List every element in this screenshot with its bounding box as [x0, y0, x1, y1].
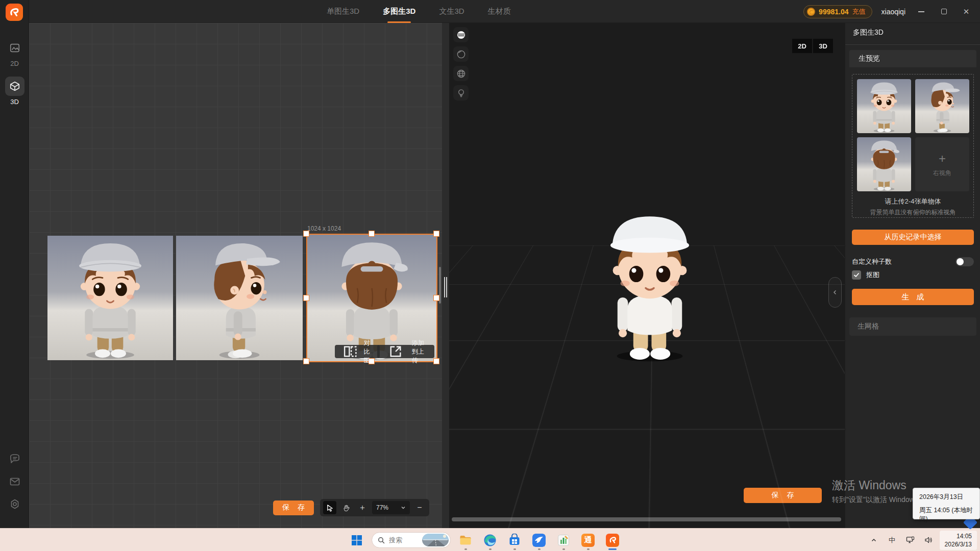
wireframe-button[interactable] [453, 66, 469, 81]
chevron-left-icon [832, 290, 838, 295]
matting-checkbox[interactable] [852, 270, 861, 280]
tab-material[interactable]: 生材质 [488, 0, 511, 23]
selection-handle-n[interactable] [369, 231, 375, 237]
network-tray-icon[interactable] [903, 532, 918, 549]
select-from-history-button[interactable]: 从历史记录中选择 [852, 230, 974, 245]
taskbar-bird-app[interactable] [529, 530, 549, 550]
balance-amount: 99981.04 [819, 8, 848, 16]
windows-logo-icon [351, 535, 362, 546]
zoom-out-button[interactable]: − [413, 501, 426, 514]
image-2d-icon [5, 38, 24, 58]
viewport-scrollbar[interactable] [452, 517, 841, 521]
upload-slot-right-view[interactable]: + 右视角 [915, 137, 969, 191]
zoom-in-button[interactable]: ＋ [356, 501, 369, 514]
image-size-label: 1024 x 1024 [307, 225, 341, 232]
preview-image-back-selected[interactable]: 对比图 添加到上传 [307, 235, 436, 361]
sidebar-item-2d[interactable]: 2D [0, 38, 29, 67]
close-button[interactable]: ✕ [960, 5, 973, 18]
running-indicator [464, 548, 467, 550]
taskbar-current-app[interactable] [603, 530, 622, 550]
maximize-button[interactable] [937, 5, 950, 18]
app-logo[interactable] [6, 4, 23, 21]
search-input[interactable] [389, 536, 418, 544]
taskbar-file-explorer[interactable] [456, 530, 475, 550]
canvas-save-button[interactable]: 保 存 [273, 500, 314, 515]
upload-hint-2: 背景简单且没有俯仰的标准视角 [852, 208, 973, 217]
left-sidebar: 2D 3D [0, 0, 29, 528]
compare-button[interactable]: 对比图 [335, 345, 380, 358]
tab-single-image-3d[interactable]: 单图生3D [327, 0, 359, 23]
collapse-panel-button[interactable] [828, 277, 842, 308]
selection-handle-nw[interactable] [303, 231, 309, 237]
custom-seed-toggle[interactable] [955, 257, 974, 266]
canvas-toolbar: 保 存 ＋ 77% [273, 499, 429, 516]
taskbar-tong-app[interactable]: 通 [578, 530, 598, 550]
toggle-3d-button[interactable]: 3D [813, 39, 833, 53]
selection-handle-e[interactable] [433, 295, 439, 301]
light-bulb-icon [456, 88, 466, 98]
recharge-link[interactable]: 充值 [852, 7, 866, 16]
mesh-section-header[interactable]: 生网格 [849, 317, 976, 336]
view-mode-toggle: 2D 3D [792, 39, 833, 53]
3d-character-model[interactable] [591, 207, 708, 365]
select-tool-button[interactable] [323, 501, 336, 514]
toggle-2d-button[interactable]: 2D [792, 39, 812, 53]
running-indicator [489, 548, 492, 550]
taskbar-edge[interactable] [480, 530, 500, 550]
tray-expand-button[interactable] [866, 532, 881, 549]
sidebar-item-3d[interactable]: 3D [0, 77, 29, 106]
start-button[interactable] [347, 530, 366, 550]
upload-thumb-front[interactable] [857, 79, 911, 133]
viewport-toolbar [453, 27, 469, 101]
matting-row[interactable]: 抠图 [852, 270, 879, 280]
balance-pill[interactable]: 99981.04 充值 [803, 5, 872, 18]
selection-handle-w[interactable] [303, 295, 309, 301]
selection-handle-se[interactable] [433, 358, 439, 364]
preview-image-front[interactable] [47, 236, 173, 360]
volume-tray-icon[interactable] [921, 532, 937, 549]
pan-tool-button[interactable] [339, 501, 353, 514]
viewport-save-button[interactable]: 保 存 [744, 488, 822, 503]
username[interactable]: xiaoqiqi [881, 8, 905, 16]
upload-thumb-side[interactable] [915, 79, 969, 133]
ime-indicator[interactable]: 中 [885, 532, 900, 549]
generate-button[interactable]: 生 成 [852, 289, 974, 305]
gear-icon [9, 498, 21, 510]
preview-image-side[interactable] [176, 236, 303, 360]
taskbar-ms-store[interactable] [505, 530, 524, 550]
taskbar-clock[interactable]: 14:05 2026/3/13 [940, 531, 977, 550]
taskbar-date: 2026/3/13 [945, 540, 972, 548]
search-weather-image[interactable] [422, 534, 449, 546]
material-sphere-button[interactable] [453, 46, 469, 62]
upload-thumb-back[interactable] [857, 137, 911, 191]
3d-viewport[interactable]: 2D 3D 保 存 [449, 23, 845, 528]
divider [845, 44, 980, 45]
minimize-icon [918, 11, 924, 12]
zoom-level-dropdown[interactable]: 77% [372, 501, 410, 514]
minimize-button[interactable] [915, 5, 928, 18]
tab-text-3d[interactable]: 文生3D [439, 0, 464, 23]
add-to-upload-button[interactable]: 添加到上传 [377, 345, 434, 358]
panel-splitter[interactable] [442, 23, 449, 528]
upload-dropzone[interactable]: + 右视角 请上传2-4张单物体 背景简单且没有俯仰的标准视角 [852, 74, 974, 218]
store-icon [508, 534, 521, 547]
wireframe-globe-icon [456, 69, 466, 79]
selection-handle-sw[interactable] [303, 358, 309, 364]
top-bar: 单图生3D 多图生3D 文生3D 生材质 99981.04 充值 xiaoqiq… [29, 0, 980, 23]
sphere-outline-icon [456, 49, 466, 59]
preview-section-header[interactable]: 生预览 [849, 50, 976, 67]
image-canvas[interactable]: 1024 x 1024 对比图 添加到上传 [29, 23, 442, 528]
taskbar-notes-app[interactable] [554, 530, 573, 550]
lighting-button[interactable] [453, 85, 469, 101]
edge-icon [483, 534, 497, 547]
settings-button[interactable] [0, 498, 29, 510]
shading-mode-button[interactable] [453, 27, 469, 42]
custom-seed-label: 自定义种子数 [852, 257, 892, 266]
taskbar-search[interactable] [372, 532, 451, 548]
selection-handle-ne[interactable] [433, 231, 439, 237]
datetime-tooltip: 2026年3月13日 周五 14:05 (本地时间) [913, 488, 980, 519]
feedback-chat-button[interactable] [0, 453, 29, 465]
tooltip-date: 2026年3月13日 [919, 493, 979, 502]
tab-multi-image-3d[interactable]: 多图生3D [383, 0, 415, 23]
message-button[interactable] [0, 475, 29, 488]
